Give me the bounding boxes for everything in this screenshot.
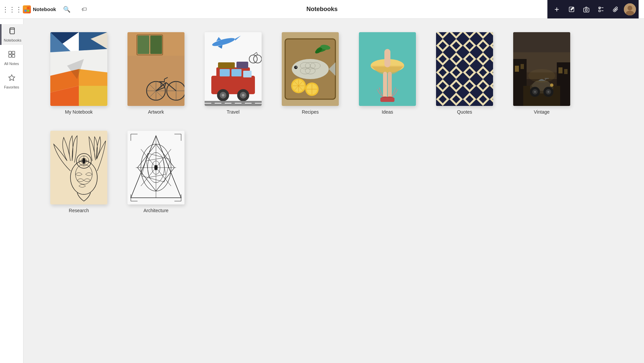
notebook-cover-quotes bbox=[436, 32, 493, 106]
notebook-cover-my-notebook bbox=[50, 32, 107, 106]
notebook-name-quotes: Quotes bbox=[457, 109, 472, 115]
notebook-name-architecture: Architecture bbox=[144, 208, 169, 213]
notebook-name-my-notebook: My Notebook bbox=[65, 109, 93, 115]
new-note-button[interactable] bbox=[565, 3, 578, 16]
svg-rect-16 bbox=[10, 28, 14, 34]
sidebar-item-favorites-label: Favorites bbox=[4, 85, 19, 89]
sidebar-item-notebooks[interactable]: Notebooks bbox=[0, 24, 24, 45]
notebook-cover-recipes bbox=[282, 32, 339, 106]
notebook-cover-ideas bbox=[359, 32, 416, 106]
svg-rect-139 bbox=[436, 32, 493, 106]
notebooks-content: My Notebook bbox=[23, 19, 644, 363]
favorites-icon bbox=[8, 74, 16, 84]
apps-button[interactable]: ⋮⋮⋮ bbox=[5, 3, 19, 16]
nav-left: ⋮⋮⋮ Notebook 🔍 🏷 bbox=[5, 3, 91, 16]
notebook-cover-architecture bbox=[127, 131, 184, 204]
svg-rect-21 bbox=[9, 55, 11, 57]
svg-rect-159 bbox=[558, 67, 562, 73]
sidebar-item-all-notes-label: All Notes bbox=[4, 62, 19, 66]
notebook-cover-travel bbox=[205, 32, 262, 106]
top-nav: ⋮⋮⋮ Notebook 🔍 🏷 Notebooks + bbox=[0, 0, 644, 19]
svg-rect-2 bbox=[24, 10, 26, 12]
svg-rect-114 bbox=[384, 49, 390, 67]
sidebar: Notebooks All Notes Favorites bbox=[0, 19, 23, 363]
notebook-research[interactable]: Research bbox=[50, 131, 107, 213]
svg-point-152 bbox=[547, 91, 549, 93]
notebook-cover-vintage bbox=[513, 32, 570, 106]
notebook-cover-artwork bbox=[127, 32, 184, 106]
add-button[interactable]: + bbox=[550, 3, 564, 16]
svg-point-65 bbox=[222, 94, 224, 97]
svg-rect-37 bbox=[138, 36, 149, 54]
svg-rect-158 bbox=[521, 64, 524, 69]
notebook-travel[interactable]: Travel bbox=[205, 32, 262, 115]
camera-button[interactable] bbox=[580, 3, 593, 16]
app-icon bbox=[23, 5, 31, 13]
svg-rect-38 bbox=[150, 36, 162, 54]
svg-point-68 bbox=[242, 94, 245, 97]
svg-rect-157 bbox=[515, 66, 519, 72]
notebook-my-notebook[interactable]: My Notebook bbox=[50, 32, 107, 115]
svg-rect-113 bbox=[385, 98, 394, 102]
user-avatar[interactable] bbox=[624, 3, 636, 15]
svg-rect-62 bbox=[243, 71, 252, 77]
svg-rect-22 bbox=[12, 55, 15, 57]
notebook-cover-research bbox=[50, 131, 107, 204]
notebook-recipes[interactable]: Recipes bbox=[282, 32, 339, 115]
svg-rect-11 bbox=[599, 10, 600, 12]
svg-rect-69 bbox=[218, 62, 235, 68]
svg-rect-3 bbox=[27, 10, 29, 12]
main-layout: Notebooks All Notes Favorites bbox=[0, 19, 644, 363]
svg-rect-60 bbox=[220, 69, 230, 76]
notebook-ideas[interactable]: Ideas bbox=[359, 32, 416, 115]
page-title: Notebooks bbox=[306, 6, 337, 13]
sidebar-item-favorites[interactable]: Favorites bbox=[2, 71, 22, 92]
sidebar-item-notebooks-label: Notebooks bbox=[4, 38, 21, 42]
notebook-name-research: Research bbox=[69, 208, 89, 213]
svg-rect-61 bbox=[231, 69, 241, 76]
attachment-button[interactable] bbox=[609, 3, 623, 16]
svg-marker-33 bbox=[79, 86, 107, 106]
svg-rect-79 bbox=[205, 101, 262, 106]
notebook-vintage[interactable]: Vintage bbox=[513, 32, 570, 115]
svg-rect-20 bbox=[12, 51, 15, 54]
svg-rect-19 bbox=[9, 51, 11, 54]
svg-point-155 bbox=[550, 83, 553, 87]
svg-rect-109 bbox=[388, 72, 392, 99]
svg-rect-0 bbox=[24, 7, 26, 9]
notebooks-icon bbox=[9, 27, 17, 37]
notebook-quotes[interactable]: Quotes bbox=[436, 32, 493, 115]
app-title: Notebook bbox=[23, 5, 56, 13]
all-notes-icon bbox=[8, 50, 16, 60]
notebook-name-artwork: Artwork bbox=[148, 109, 164, 115]
svg-rect-1 bbox=[27, 7, 29, 9]
checklist-button[interactable] bbox=[594, 3, 608, 16]
sidebar-item-all-notes[interactable]: All Notes bbox=[2, 48, 22, 68]
svg-point-8 bbox=[585, 9, 587, 11]
notebooks-grid: My Notebook bbox=[50, 32, 617, 213]
search-button[interactable]: 🔍 bbox=[60, 3, 73, 16]
svg-point-92 bbox=[296, 66, 297, 68]
notebook-name-recipes: Recipes bbox=[302, 109, 319, 115]
svg-point-149 bbox=[534, 91, 536, 93]
tags-button[interactable]: 🏷 bbox=[77, 3, 91, 16]
notebook-artwork[interactable]: Artwork bbox=[127, 32, 184, 115]
nav-right-actions: + bbox=[547, 0, 639, 18]
svg-rect-160 bbox=[564, 69, 568, 74]
notebook-name-ideas: Ideas bbox=[382, 109, 393, 115]
notebook-architecture[interactable]: Architecture bbox=[127, 131, 184, 213]
svg-rect-70 bbox=[236, 62, 248, 68]
svg-rect-108 bbox=[383, 72, 387, 99]
svg-point-14 bbox=[628, 6, 632, 10]
svg-rect-7 bbox=[584, 8, 589, 12]
svg-point-156 bbox=[528, 69, 555, 82]
notebook-name-travel: Travel bbox=[227, 109, 239, 115]
svg-rect-58 bbox=[211, 76, 255, 94]
svg-marker-23 bbox=[9, 75, 15, 80]
svg-rect-18 bbox=[9, 28, 10, 33]
notebook-name-vintage: Vintage bbox=[534, 109, 549, 115]
